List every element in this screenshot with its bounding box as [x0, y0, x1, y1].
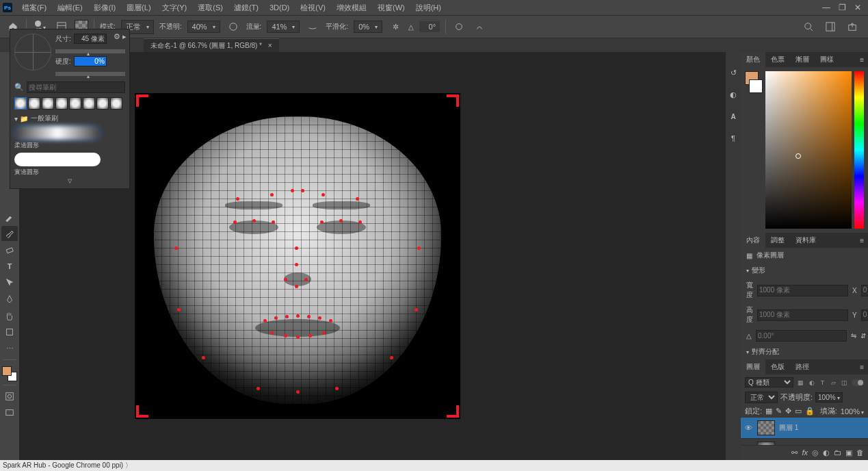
opacity-pressure-icon[interactable]: [226, 19, 241, 34]
lock-all-icon[interactable]: 🔒: [805, 407, 815, 416]
tab-paths[interactable]: 路徑: [790, 359, 815, 374]
move-tool[interactable]: [1, 275, 18, 290]
brush-tool[interactable]: [1, 226, 18, 241]
flow-input[interactable]: 41%: [267, 21, 300, 33]
layer-thumb[interactable]: [757, 420, 775, 435]
tab-swatches[interactable]: 色票: [765, 52, 790, 67]
group-icon[interactable]: 🗀: [834, 448, 841, 457]
brush-tip-thumb[interactable]: [14, 97, 27, 110]
foreground-color-swatch[interactable]: [2, 366, 12, 376]
angle-input[interactable]: [756, 330, 847, 342]
brush-tip-thumb[interactable]: [110, 97, 122, 110]
menu-window[interactable]: 視窗(W): [372, 0, 410, 16]
workspace-icon[interactable]: [823, 19, 838, 34]
tab-gradients[interactable]: 漸層: [790, 52, 815, 67]
layer-mask-icon[interactable]: ◎: [812, 448, 819, 457]
paragraph-icon[interactable]: ¶: [728, 133, 739, 144]
filter-type-icon[interactable]: T: [818, 378, 827, 387]
menu-file[interactable]: 檔案(F): [16, 0, 52, 16]
filter-adjust-icon[interactable]: ◐: [807, 378, 816, 387]
adjustment-layer-icon[interactable]: ◐: [823, 448, 830, 457]
tablet-pressure-size-icon[interactable]: [451, 19, 466, 34]
panel-menu-icon[interactable]: ≡: [856, 236, 868, 246]
menu-filter[interactable]: 濾鏡(T): [228, 0, 264, 16]
menu-help[interactable]: 說明(H): [410, 0, 447, 16]
lock-transparent-icon[interactable]: ▦: [765, 407, 772, 416]
tab-color[interactable]: 顏色: [741, 52, 765, 67]
pen-tool[interactable]: [1, 292, 18, 307]
minimize-icon[interactable]: —: [822, 3, 830, 12]
close-tab-icon[interactable]: ×: [268, 42, 272, 49]
close-icon[interactable]: ✕: [854, 3, 861, 12]
menu-plugins[interactable]: 增效模組: [331, 0, 372, 16]
layer-filter-kind[interactable]: Q 種類: [745, 377, 793, 387]
smoothing-input[interactable]: 0%: [354, 21, 382, 33]
brush-size-input[interactable]: [74, 34, 107, 44]
flip-h-icon[interactable]: ⇋: [851, 332, 856, 340]
hue-slider[interactable]: [854, 71, 864, 229]
menu-edit[interactable]: 編輯(E): [52, 0, 88, 16]
visibility-icon[interactable]: 👁: [745, 424, 753, 432]
more-tools[interactable]: ⋯: [1, 341, 18, 356]
hand-tool[interactable]: [1, 308, 18, 323]
rectangle-tool[interactable]: [1, 324, 18, 340]
adjustments-icon[interactable]: ◐: [728, 89, 739, 100]
size-slider[interactable]: [55, 49, 125, 53]
brush-hardness-input[interactable]: [74, 56, 107, 66]
bg-swatch[interactable]: [749, 79, 763, 93]
airbrush-icon[interactable]: [305, 19, 320, 34]
layer-opacity-input[interactable]: 100%: [815, 392, 843, 403]
tab-adjustments[interactable]: 調整: [765, 233, 790, 248]
new-layer-icon[interactable]: ▣: [845, 448, 852, 457]
layer-row[interactable]: 👁 faceMeshTrackers: [741, 439, 868, 445]
filter-shape-icon[interactable]: ▱: [829, 378, 838, 387]
eyedropper-tool[interactable]: [1, 209, 18, 225]
x-input[interactable]: [861, 285, 868, 296]
resize-handle-icon[interactable]: ▽: [14, 178, 125, 184]
delete-layer-icon[interactable]: 🗑: [856, 448, 864, 457]
menu-view[interactable]: 檢視(V): [295, 0, 331, 16]
characters-icon[interactable]: A: [728, 111, 739, 122]
transform-handle[interactable]: [447, 405, 459, 418]
menu-3d[interactable]: 3D(D): [264, 1, 295, 14]
brush-folder[interactable]: ▾ 📁 一般筆刷: [14, 114, 125, 123]
filter-pixel-icon[interactable]: ▦: [796, 378, 805, 387]
filter-smart-icon[interactable]: ◫: [840, 378, 849, 387]
lock-position-icon[interactable]: ✥: [785, 407, 791, 416]
brush-tip-thumb[interactable]: [42, 97, 54, 110]
link-layers-icon[interactable]: ⚯: [791, 448, 798, 457]
menu-type[interactable]: 文字(Y): [157, 0, 193, 16]
flip-v-icon[interactable]: ⇵: [860, 332, 866, 340]
tab-channels[interactable]: 色版: [765, 359, 790, 374]
transform-handle[interactable]: [447, 94, 459, 107]
brush-tip-thumb[interactable]: [55, 97, 68, 110]
opacity-input[interactable]: 40%: [187, 21, 220, 33]
menu-layer[interactable]: 圖層(L): [121, 0, 156, 16]
transform-handle[interactable]: [136, 405, 148, 418]
restore-icon[interactable]: ❐: [839, 3, 846, 12]
history-icon[interactable]: ↺: [728, 67, 739, 78]
filter-toggle[interactable]: [852, 379, 864, 386]
lock-paint-icon[interactable]: ✎: [776, 407, 782, 416]
quickmask-tool[interactable]: [1, 389, 18, 404]
brush-tip-thumb[interactable]: [83, 97, 95, 110]
layer-fx-icon[interactable]: fx: [802, 448, 808, 457]
smoothing-options-icon[interactable]: ✲: [388, 19, 403, 34]
brush-tip-thumb[interactable]: [96, 97, 109, 110]
section-align[interactable]: 對齊分配: [741, 344, 868, 359]
tab-patterns[interactable]: 圖樣: [815, 52, 839, 67]
brush-preset-item[interactable]: 柔邊圓形: [14, 126, 125, 150]
width-input[interactable]: [757, 285, 848, 296]
brush-preset-item[interactable]: 實邊圓形: [14, 153, 125, 177]
layer-row[interactable]: 👁 圖層 1: [741, 418, 868, 439]
symmetry-icon[interactable]: [472, 19, 487, 34]
transform-handle[interactable]: [136, 94, 148, 107]
layer-blend-mode[interactable]: 正常: [745, 392, 778, 403]
hardness-slider[interactable]: [55, 72, 125, 76]
brush-angle-widget[interactable]: [14, 34, 51, 71]
color-swatches[interactable]: [2, 366, 17, 381]
lock-artboard-icon[interactable]: ▭: [795, 407, 802, 416]
panel-menu-icon[interactable]: ≡: [856, 55, 868, 65]
brush-tip-thumb[interactable]: [69, 97, 81, 110]
brush-tip-thumb[interactable]: [28, 97, 40, 110]
